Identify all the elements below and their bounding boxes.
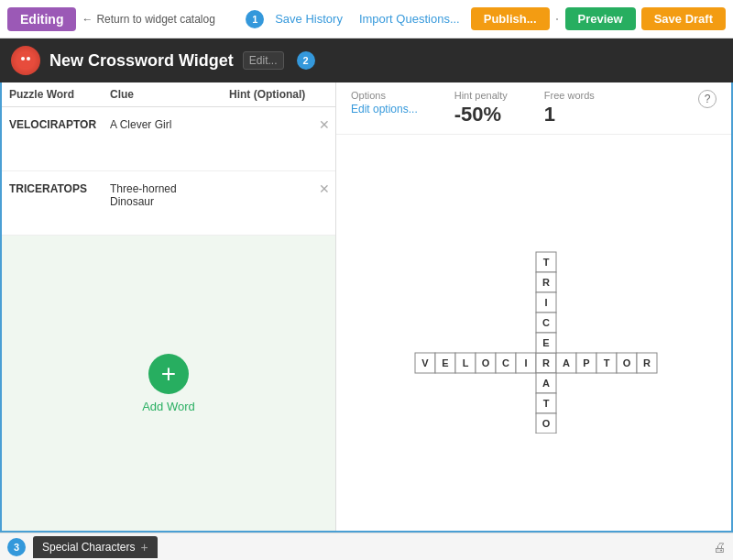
free-words-label: Free words (544, 90, 595, 101)
add-word-button[interactable]: + (148, 354, 189, 394)
remove-cell-1: ✕ (313, 115, 335, 135)
crossword-svg: .cell-rect { fill: white; stroke: #888; … (397, 232, 672, 434)
svg-text:O: O (542, 418, 550, 429)
add-word-label: Add Word (142, 400, 195, 413)
col-header-hint: Hint (Optional) (222, 88, 313, 101)
step-1-indicator: 1 (246, 10, 264, 28)
col-header-word: Puzzle Word (2, 88, 103, 101)
table-row: TRICERATOPS Three-horned Dinosaur ✕ (2, 171, 335, 236)
publish-button[interactable]: Publish... (471, 7, 550, 30)
widget-title: New Crossword Widget (49, 51, 234, 71)
return-to-catalog-link[interactable]: Return to widget catalog (82, 13, 214, 26)
remove-cell-2: ✕ (313, 179, 335, 199)
free-words-section: Free words 1 (544, 90, 595, 126)
right-panel: Options Edit options... Hint penalty -50… (336, 82, 731, 531)
svg-text:E: E (442, 357, 448, 368)
help-icon[interactable]: ? (698, 90, 717, 108)
bottom-bar: 3 Special Characters + 🖨 (0, 533, 733, 560)
svg-text:O: O (481, 357, 489, 368)
svg-point-1 (21, 57, 25, 60)
editing-badge: Editing (7, 7, 76, 31)
options-bar: Options Edit options... Hint penalty -50… (336, 82, 731, 135)
svg-text:E: E (542, 337, 549, 348)
options-section: Options Edit options... (351, 90, 418, 115)
svg-text:P: P (583, 357, 589, 368)
clue-cell-2[interactable]: Three-horned Dinosaur (103, 179, 222, 212)
clue-cell-1[interactable]: A Clever Girl (103, 115, 222, 135)
special-characters-tab[interactable]: Special Characters + (33, 536, 158, 558)
svg-text:I: I (544, 297, 547, 308)
crossword-area: .cell-rect { fill: white; stroke: #888; … (336, 135, 731, 531)
add-word-area: + Add Word (2, 236, 335, 531)
hint-penalty-value: -50% (454, 103, 508, 126)
word-cell-1[interactable]: VELOCIRAPTOR (2, 115, 103, 135)
special-chars-plus: + (140, 540, 148, 555)
svg-text:R: R (643, 357, 651, 368)
svg-text:C: C (542, 317, 550, 328)
main-content: Puzzle Word Clue Hint (Optional) VELOCIR… (0, 82, 733, 533)
left-panel: Puzzle Word Clue Hint (Optional) VELOCIR… (2, 82, 336, 531)
table-header: Puzzle Word Clue Hint (Optional) (2, 82, 335, 107)
widget-logo (11, 46, 40, 75)
import-questions-button[interactable]: Import Questions... (354, 8, 465, 29)
svg-text:R: R (542, 277, 550, 288)
save-history-button[interactable]: Save History (269, 8, 348, 29)
svg-text:T: T (542, 398, 549, 409)
step-2-indicator: 2 (297, 51, 315, 70)
svg-point-2 (27, 57, 30, 60)
svg-text:L: L (462, 357, 468, 368)
dot-separator: · (555, 9, 560, 28)
options-label: Options (351, 90, 418, 101)
print-icon[interactable]: 🖨 (713, 540, 726, 555)
svg-text:R: R (542, 357, 550, 368)
svg-text:C: C (502, 357, 509, 368)
svg-point-0 (18, 53, 33, 68)
remove-row-2-button[interactable]: ✕ (319, 182, 330, 195)
svg-text:A: A (563, 357, 570, 368)
step-3-indicator: 3 (7, 538, 26, 556)
save-draft-button[interactable]: Save Draft (641, 7, 726, 30)
svg-text:I: I (524, 357, 527, 368)
svg-text:A: A (542, 378, 550, 389)
special-chars-label: Special Characters (42, 541, 135, 554)
preview-button[interactable]: Preview (565, 7, 636, 30)
svg-text:T: T (542, 257, 549, 268)
edit-options-link[interactable]: Edit options... (351, 103, 418, 115)
svg-text:V: V (421, 357, 429, 368)
col-header-action (313, 88, 335, 101)
toolbar: Editing Return to widget catalog 1 Save … (0, 0, 733, 38)
col-header-clue: Clue (103, 88, 222, 101)
hint-penalty-label: Hint penalty (454, 90, 508, 101)
table-row: VELOCIRAPTOR A Clever Girl ✕ (2, 107, 335, 171)
svg-text:T: T (603, 357, 609, 368)
word-cell-2[interactable]: TRICERATOPS (2, 179, 103, 199)
hint-cell-2[interactable] (222, 179, 313, 186)
hint-cell-1[interactable] (222, 115, 313, 122)
widget-title-bar: New Crossword Widget Edit... 2 (0, 38, 733, 82)
free-words-value: 1 (544, 103, 595, 126)
edit-title-link[interactable]: Edit... (243, 51, 284, 70)
svg-text:O: O (622, 357, 630, 368)
remove-row-1-button[interactable]: ✕ (319, 118, 330, 131)
hint-penalty-section: Hint penalty -50% (454, 90, 508, 126)
